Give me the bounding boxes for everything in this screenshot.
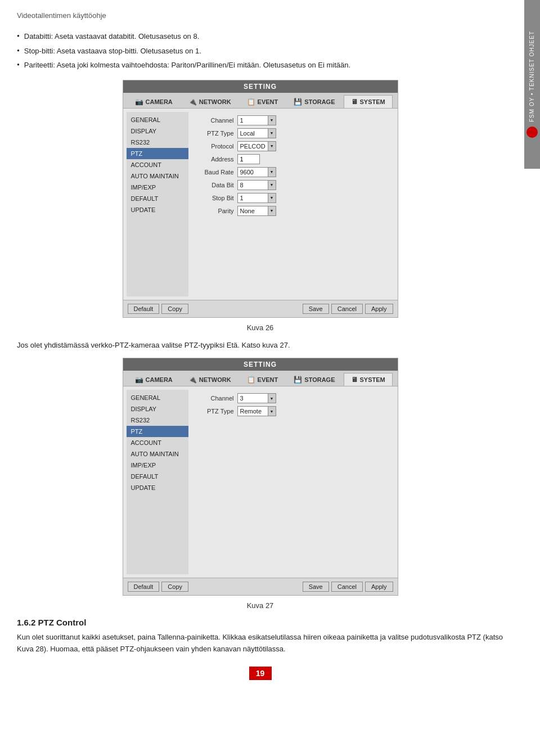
tab-storage-2[interactable]: 💾 STORAGE <box>286 373 342 386</box>
tab-system-2[interactable]: 🖥 SYSTEM <box>344 373 393 386</box>
tab-system-1[interactable]: 🖥 SYSTEM <box>344 95 393 108</box>
default-button-1[interactable]: Default <box>128 304 160 314</box>
ptz-type-label-2: PTZ Type <box>195 408 237 415</box>
stop-bit-row-1: Stop Bit 1 ▼ <box>195 193 388 203</box>
bullet-list: Databitti: Aseta vastaavat databitit. Ol… <box>17 31 503 71</box>
sidebar-imp-exp-1[interactable]: IMP/EXP <box>127 182 188 193</box>
address-control-1 <box>237 154 260 164</box>
network-icon-1: 🔌 <box>188 98 197 106</box>
tab-camera-1[interactable]: 📷 CAMERA <box>128 95 180 108</box>
apply-button-2[interactable]: Apply <box>365 582 393 592</box>
stop-bit-select-1[interactable]: 1 ▼ <box>237 193 276 203</box>
stop-bit-value-1: 1 <box>237 193 268 203</box>
ptz-type-row-2: PTZ Type Remote ▼ <box>195 406 388 416</box>
ptz-type-row-1: PTZ Type Local ▼ <box>195 128 388 138</box>
data-bit-control-1: 8 ▼ <box>237 180 276 190</box>
main-content: Videotallentimen käyttöohje Databitti: A… <box>0 0 520 691</box>
copy-button-1[interactable]: Copy <box>161 304 188 314</box>
baud-rate-control-1: 9600 ▼ <box>237 167 276 177</box>
address-row-1: Address <box>195 154 388 164</box>
address-label-1: Address <box>195 156 237 163</box>
channel-select-1[interactable]: 1 ▼ <box>237 115 276 125</box>
protocol-arrow-1[interactable]: ▼ <box>268 141 276 151</box>
sidebar-general-1[interactable]: GENERAL <box>127 114 188 125</box>
sidebar-ptz-1[interactable]: PTZ <box>127 148 188 159</box>
sidebar-display-2[interactable]: DISPLAY <box>127 403 188 415</box>
ptz-type-control-2: Remote ▼ <box>237 406 276 416</box>
ptz-type-select-1[interactable]: Local ▼ <box>237 128 276 138</box>
page-number: 19 <box>249 667 272 680</box>
bullet-item-2: Stop-bitti: Aseta vastaava stop-bitti. O… <box>17 46 503 57</box>
protocol-row-1: Protocol PELCOD ▼ <box>195 141 388 151</box>
sidebar-update-1[interactable]: UPDATE <box>127 204 188 215</box>
data-bit-select-1[interactable]: 8 ▼ <box>237 180 276 190</box>
stop-bit-arrow-1[interactable]: ▼ <box>268 193 276 203</box>
parity-select-1[interactable]: None ▼ <box>237 206 276 216</box>
setting-body-2: GENERAL DISPLAY RS232 PTZ ACCOUNT AUTO M… <box>123 386 398 578</box>
sidebar-default-2[interactable]: DEFAULT <box>127 471 188 482</box>
tab-network-2[interactable]: 🔌 NETWORK <box>181 373 238 386</box>
ptz-type-select-2[interactable]: Remote ▼ <box>237 406 276 416</box>
channel-control-2: 3 ▼ <box>237 393 276 403</box>
baud-rate-arrow-1[interactable]: ▼ <box>268 167 276 177</box>
sidebar-account-2[interactable]: ACCOUNT <box>127 437 188 448</box>
event-icon-1: 📋 <box>247 98 255 106</box>
data-bit-arrow-1[interactable]: ▼ <box>268 180 276 190</box>
tab-camera-2[interactable]: 📷 CAMERA <box>128 373 180 386</box>
setting-dialog-2: SETTING 📷 CAMERA 🔌 NETWORK 📋 EVENT 💾 STO… <box>123 358 398 596</box>
ptz-type-value-1: Local <box>237 128 268 138</box>
system-icon-2: 🖥 <box>351 376 358 384</box>
ptz-type-value-2: Remote <box>237 406 268 416</box>
caption-2: Kuva 27 <box>17 601 503 610</box>
protocol-label-1: Protocol <box>195 143 237 150</box>
copy-button-2[interactable]: Copy <box>161 582 188 592</box>
event-icon-2: 📋 <box>247 376 255 384</box>
sidebar-imp-exp-2[interactable]: IMP/EXP <box>127 460 188 471</box>
default-button-2[interactable]: Default <box>128 582 160 592</box>
sidebar-auto-maintain-1[interactable]: AUTO MAINTAIN <box>127 170 188 182</box>
setting-form-2: Channel 3 ▼ PTZ Type Remote ▼ <box>188 390 394 574</box>
cancel-button-1[interactable]: Cancel <box>331 304 363 314</box>
tab-storage-1[interactable]: 💾 STORAGE <box>286 95 342 108</box>
tab-network-1[interactable]: 🔌 NETWORK <box>181 95 238 108</box>
protocol-select-1[interactable]: PELCOD ▼ <box>237 141 276 151</box>
sidebar-general-2[interactable]: GENERAL <box>127 392 188 403</box>
channel-label-1: Channel <box>195 117 237 124</box>
parity-row-1: Parity None ▼ <box>195 206 388 216</box>
sidebar-rs232-1[interactable]: RS232 <box>127 137 188 148</box>
sidebar-update-2[interactable]: UPDATE <box>127 482 188 493</box>
setting-sidebar-2: GENERAL DISPLAY RS232 PTZ ACCOUNT AUTO M… <box>127 390 188 574</box>
sidebar-display-1[interactable]: DISPLAY <box>127 125 188 137</box>
sidebar-account-1[interactable]: ACCOUNT <box>127 159 188 170</box>
baud-rate-select-1[interactable]: 9600 ▼ <box>237 167 276 177</box>
sidebar-rs232-2[interactable]: RS232 <box>127 415 188 426</box>
tab-event-1[interactable]: 📋 EVENT <box>240 95 286 108</box>
apply-button-1[interactable]: Apply <box>365 304 393 314</box>
tab-event-2[interactable]: 📋 EVENT <box>240 373 286 386</box>
channel-select-2[interactable]: 3 ▼ <box>237 393 276 403</box>
save-button-1[interactable]: Save <box>303 304 329 314</box>
setting-tabs-1: 📷 CAMERA 🔌 NETWORK 📋 EVENT 💾 STORAGE 🖥 S… <box>123 93 398 109</box>
footer-right-1: Save Cancel Apply <box>303 304 393 314</box>
ptz-type-arrow-2[interactable]: ▼ <box>268 406 276 416</box>
setting-title-bar-2: SETTING <box>123 358 398 371</box>
sidebar-ptz-2[interactable]: PTZ <box>127 426 188 437</box>
sidebar-auto-maintain-2[interactable]: AUTO MAINTAIN <box>127 448 188 460</box>
channel-arrow-1[interactable]: ▼ <box>268 115 276 125</box>
address-input-1[interactable] <box>237 154 260 164</box>
channel-row-2: Channel 3 ▼ <box>195 393 388 403</box>
setting-sidebar-1: GENERAL DISPLAY RS232 PTZ ACCOUNT AUTO M… <box>127 112 188 296</box>
parity-arrow-1[interactable]: ▼ <box>268 206 276 216</box>
cancel-button-2[interactable]: Cancel <box>331 582 363 592</box>
sidebar-default-1[interactable]: DEFAULT <box>127 193 188 204</box>
save-button-2[interactable]: Save <box>303 582 329 592</box>
channel-label-2: Channel <box>195 395 237 402</box>
channel-arrow-2[interactable]: ▼ <box>268 393 276 403</box>
parity-value-1: None <box>237 206 268 216</box>
ptz-type-control-1: Local ▼ <box>237 128 276 138</box>
setting-title-bar-1: SETTING <box>123 80 398 93</box>
parity-label-1: Parity <box>195 208 237 214</box>
network-icon-2: 🔌 <box>188 376 197 384</box>
ptz-type-arrow-1[interactable]: ▼ <box>268 128 276 138</box>
setting-form-1: Channel 1 ▼ PTZ Type Local ▼ <box>188 112 394 296</box>
